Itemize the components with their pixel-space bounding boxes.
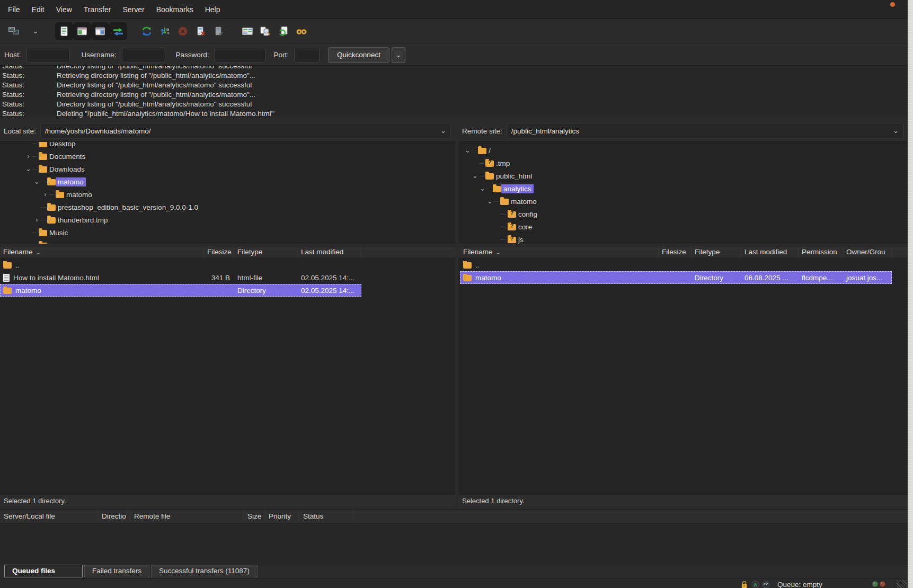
disconnect-button[interactable] xyxy=(192,22,210,40)
folder-icon xyxy=(500,199,509,205)
column-header-owner-grou[interactable]: Owner/Grou xyxy=(843,246,892,258)
tree-item[interactable]: ›thunderbird.tmp xyxy=(0,213,455,226)
tree-expander-icon[interactable]: ⌄ xyxy=(471,172,479,180)
reconnect-button[interactable] xyxy=(210,22,228,40)
menu-help[interactable]: Help xyxy=(199,3,226,16)
queue-column-remote-file[interactable]: Remote file xyxy=(130,510,244,523)
menu-server[interactable]: Server xyxy=(117,3,150,16)
tree-expander-icon[interactable]: ⌄ xyxy=(486,198,494,205)
site-manager-button[interactable] xyxy=(5,22,23,40)
toggle-local-tree-button[interactable] xyxy=(73,22,91,40)
transfer-mode-icon[interactable]: A xyxy=(751,581,759,588)
toggle-message-log-button[interactable] xyxy=(55,22,73,40)
menu-bookmarks[interactable]: Bookmarks xyxy=(150,3,199,16)
tree-item[interactable]: ›matomo xyxy=(0,188,455,201)
refresh-button[interactable] xyxy=(138,22,156,40)
tree-item[interactable]: ⌄public_html xyxy=(458,170,908,182)
remote-site-combo[interactable]: /public_html/analytics ⌄ xyxy=(507,123,903,139)
password-label: Password: xyxy=(176,51,209,59)
file-row[interactable]: .. xyxy=(460,259,892,271)
file-row[interactable]: matomoDirectory06.08.2025 ...flcdmpe...j… xyxy=(460,271,892,284)
queue-column-size[interactable]: Size xyxy=(244,510,265,523)
port-input[interactable] xyxy=(294,48,320,63)
synchronized-browsing-button[interactable] xyxy=(256,22,274,40)
tree-item[interactable]: Music xyxy=(0,226,455,239)
host-input[interactable] xyxy=(26,48,70,63)
tree-item[interactable]: Desktop xyxy=(0,141,455,150)
tree-expander-icon[interactable]: › xyxy=(24,153,32,160)
toggle-transfer-queue-button[interactable] xyxy=(109,22,127,40)
column-header-filename[interactable]: Filename⌄ xyxy=(0,246,204,258)
message-log-icon xyxy=(59,26,69,37)
log-line: Status:Deleting "/public_html/analytics/… xyxy=(0,109,908,118)
queue-column-priority[interactable]: Priority xyxy=(265,510,299,523)
column-header-filesize[interactable]: Filesize xyxy=(659,246,692,258)
tree-expander-icon[interactable]: › xyxy=(33,216,41,224)
site-manager-dropdown[interactable]: ⌄ xyxy=(26,22,45,40)
indicator-red-icon xyxy=(879,581,886,587)
file-name: matomo xyxy=(15,287,41,295)
tree-item[interactable]: core xyxy=(458,220,908,233)
tree-item[interactable]: js xyxy=(458,233,908,244)
directory-listing-filters-button[interactable] xyxy=(274,22,292,40)
tree-item[interactable]: ⌄matomo xyxy=(0,175,455,188)
file-name: .. xyxy=(15,261,20,269)
tree-item-label: / xyxy=(486,146,493,155)
folder-icon xyxy=(3,288,12,294)
tab-queued-files[interactable]: Queued files xyxy=(4,565,83,577)
file-row[interactable]: .. xyxy=(0,259,361,271)
resize-grip[interactable] xyxy=(897,580,907,588)
file-row[interactable]: How to install Matomo.html341 Bhtml-file… xyxy=(0,271,361,284)
toggle-remote-tree-button[interactable] xyxy=(91,22,109,40)
tree-expander-icon[interactable]: ⌄ xyxy=(33,178,41,185)
column-header-filename[interactable]: Filename⌄ xyxy=(460,246,659,258)
tree-expander-icon[interactable]: ⌄ xyxy=(24,165,32,173)
column-header-last-modified[interactable]: Last modified xyxy=(298,246,361,258)
tab-successful-transfers-11087-[interactable]: Successful transfers (11087) xyxy=(151,565,258,577)
directory-comparison-button[interactable] xyxy=(238,22,256,40)
queue-column-directio[interactable]: Directio xyxy=(98,510,130,523)
tree-item[interactable]: ⌄Downloads xyxy=(0,163,455,175)
tree-connector xyxy=(41,207,46,208)
tree-item[interactable]: ⌄matomo xyxy=(458,195,908,208)
menu-view[interactable]: View xyxy=(50,3,78,16)
menu-transfer[interactable]: Transfer xyxy=(78,3,117,16)
tree-item[interactable]: ⌄/ xyxy=(458,144,908,157)
cancel-operation-button[interactable] xyxy=(174,22,192,40)
process-queue-button[interactable] xyxy=(156,22,174,40)
tree-item[interactable]: ⌄analytics xyxy=(458,182,908,195)
tree-expander-icon[interactable]: ⌄ xyxy=(464,147,472,154)
password-input[interactable] xyxy=(215,48,265,63)
menu-edit[interactable]: Edit xyxy=(26,3,50,16)
tree-item[interactable]: prestashop_edition_basic_version_9.0.0-1… xyxy=(0,201,455,213)
file-owner-cell: josuat jos... xyxy=(843,274,892,282)
tree-item[interactable] xyxy=(0,239,455,244)
tree-expander-icon[interactable]: › xyxy=(41,191,49,198)
folder-icon xyxy=(47,217,56,224)
column-header-filetype[interactable]: Filetype xyxy=(692,246,741,258)
queue-column-server-local-file[interactable]: Server/Local file xyxy=(0,510,98,523)
file-row[interactable]: matomoDirectory02.05.2025 14:... xyxy=(0,284,361,297)
menu-file[interactable]: File xyxy=(2,3,26,16)
username-input[interactable] xyxy=(122,48,165,63)
tab-failed-transfers[interactable]: Failed transfers xyxy=(84,565,149,577)
queue-column-status[interactable]: Status xyxy=(299,510,352,523)
quickconnect-button[interactable]: Quickconnect xyxy=(328,47,389,63)
folder-icon xyxy=(39,230,47,236)
column-header-filetype[interactable]: Filetype xyxy=(234,246,298,258)
column-header-last-modified[interactable]: Last modified xyxy=(741,246,799,258)
column-header-filesize[interactable]: Filesize xyxy=(204,246,234,258)
speed-limit-icon[interactable] xyxy=(762,581,770,588)
local-site-bar: Local site: /home/yoshi/Downloads/matomo… xyxy=(0,120,455,141)
lock-icon[interactable] xyxy=(740,581,748,588)
local-site-path: /home/yoshi/Downloads/matomo/ xyxy=(45,127,440,135)
tree-item[interactable]: .tmp xyxy=(458,157,908,170)
tree-item[interactable]: config xyxy=(458,208,908,220)
tree-expander-icon[interactable]: ⌄ xyxy=(478,185,486,192)
quickconnect-dropdown[interactable]: ⌄ xyxy=(392,47,405,63)
tree-item[interactable]: ›Documents xyxy=(0,150,455,163)
column-header-permission[interactable]: Permission xyxy=(799,246,843,258)
find-files-button[interactable] xyxy=(292,22,311,40)
local-site-combo[interactable]: /home/yoshi/Downloads/matomo/ ⌄ xyxy=(40,123,451,139)
file-name: matomo xyxy=(475,274,501,282)
